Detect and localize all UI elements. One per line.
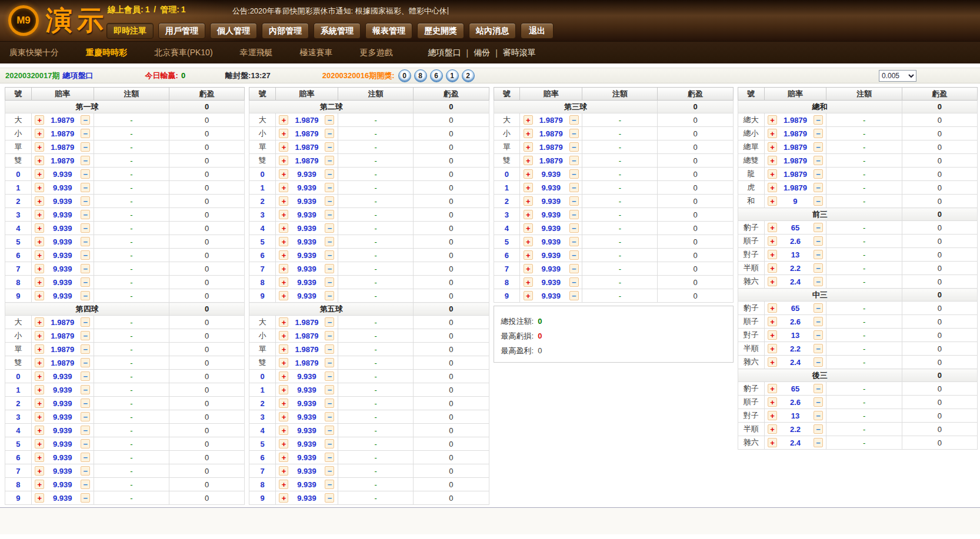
decrease-odds-button[interactable]: − bbox=[325, 453, 334, 462]
increase-odds-button[interactable]: + bbox=[279, 331, 288, 340]
decrease-odds-button[interactable]: − bbox=[325, 183, 334, 192]
subnav-link[interactable]: 審時滾單 bbox=[503, 48, 536, 58]
increase-odds-button[interactable]: + bbox=[279, 317, 288, 327]
increase-odds-button[interactable]: + bbox=[279, 493, 288, 503]
increase-odds-button[interactable]: + bbox=[35, 210, 44, 219]
subnav-link[interactable]: 備份 bbox=[474, 48, 490, 58]
increase-odds-button[interactable]: + bbox=[524, 237, 533, 246]
decrease-odds-button[interactable]: − bbox=[325, 399, 334, 408]
increase-odds-button[interactable]: + bbox=[279, 466, 288, 476]
decrease-odds-button[interactable]: − bbox=[81, 156, 90, 165]
decrease-odds-button[interactable]: − bbox=[814, 156, 823, 165]
decrease-odds-button[interactable]: − bbox=[814, 357, 823, 367]
increase-odds-button[interactable]: + bbox=[279, 385, 288, 394]
decrease-odds-button[interactable]: − bbox=[81, 291, 90, 300]
decrease-odds-button[interactable]: − bbox=[325, 344, 334, 354]
decrease-odds-button[interactable]: − bbox=[325, 115, 334, 125]
increase-odds-button[interactable]: + bbox=[279, 196, 288, 206]
game-tab[interactable]: 更多遊戲 bbox=[360, 48, 393, 58]
increase-odds-button[interactable]: + bbox=[279, 358, 288, 367]
increase-odds-button[interactable]: + bbox=[768, 438, 777, 447]
decrease-odds-button[interactable]: − bbox=[81, 439, 90, 448]
decrease-odds-button[interactable]: − bbox=[325, 480, 334, 489]
decrease-odds-button[interactable]: − bbox=[81, 223, 90, 233]
increase-odds-button[interactable]: + bbox=[35, 480, 44, 489]
decrease-odds-button[interactable]: − bbox=[569, 277, 579, 287]
increase-odds-button[interactable]: + bbox=[279, 344, 288, 354]
decrease-odds-button[interactable]: − bbox=[814, 384, 823, 393]
increase-odds-button[interactable]: + bbox=[35, 196, 44, 206]
game-tab[interactable]: 極速賽車 bbox=[300, 48, 333, 58]
increase-odds-button[interactable]: + bbox=[768, 397, 777, 407]
decrease-odds-button[interactable]: − bbox=[814, 263, 823, 273]
game-tab[interactable]: 廣東快樂十分 bbox=[9, 48, 59, 58]
increase-odds-button[interactable]: + bbox=[279, 129, 288, 138]
increase-odds-button[interactable]: + bbox=[768, 169, 777, 179]
decrease-odds-button[interactable]: − bbox=[814, 303, 823, 313]
decrease-odds-button[interactable]: − bbox=[81, 412, 90, 421]
increase-odds-button[interactable]: + bbox=[35, 169, 44, 179]
decrease-odds-button[interactable]: − bbox=[81, 129, 90, 138]
decrease-odds-button[interactable]: − bbox=[325, 439, 334, 448]
increase-odds-button[interactable]: + bbox=[768, 263, 777, 273]
decrease-odds-button[interactable]: − bbox=[81, 385, 90, 394]
decrease-odds-button[interactable]: − bbox=[325, 385, 334, 394]
increase-odds-button[interactable]: + bbox=[279, 250, 288, 260]
decrease-odds-button[interactable]: − bbox=[81, 466, 90, 476]
increase-odds-button[interactable]: + bbox=[768, 156, 777, 165]
increase-odds-button[interactable]: + bbox=[35, 439, 44, 448]
decrease-odds-button[interactable]: − bbox=[81, 237, 90, 246]
decrease-odds-button[interactable]: − bbox=[569, 129, 579, 138]
decrease-odds-button[interactable]: − bbox=[814, 344, 823, 353]
decrease-odds-button[interactable]: − bbox=[81, 453, 90, 462]
decrease-odds-button[interactable]: − bbox=[814, 142, 823, 152]
nav-tab[interactable]: 報表管理 bbox=[365, 23, 412, 39]
nav-tab[interactable]: 即時注單 bbox=[106, 23, 154, 39]
increase-odds-button[interactable]: + bbox=[768, 250, 777, 259]
board-link[interactable]: 總項盤口 bbox=[63, 71, 94, 81]
increase-odds-button[interactable]: + bbox=[768, 357, 777, 367]
increase-odds-button[interactable]: + bbox=[35, 412, 44, 421]
decrease-odds-button[interactable]: − bbox=[325, 466, 334, 476]
decrease-odds-button[interactable]: − bbox=[325, 412, 334, 421]
decrease-odds-button[interactable]: − bbox=[569, 237, 579, 246]
increase-odds-button[interactable]: + bbox=[768, 303, 777, 313]
increase-odds-button[interactable]: + bbox=[35, 331, 44, 340]
decrease-odds-button[interactable]: − bbox=[569, 115, 579, 125]
decrease-odds-button[interactable]: − bbox=[81, 115, 90, 125]
increase-odds-button[interactable]: + bbox=[524, 277, 533, 287]
increase-odds-button[interactable]: + bbox=[35, 277, 44, 287]
decrease-odds-button[interactable]: − bbox=[814, 250, 823, 259]
decrease-odds-button[interactable]: − bbox=[569, 196, 579, 206]
decrease-odds-button[interactable]: − bbox=[814, 129, 823, 138]
increase-odds-button[interactable]: + bbox=[768, 411, 777, 420]
increase-odds-button[interactable]: + bbox=[35, 250, 44, 260]
decrease-odds-button[interactable]: − bbox=[81, 250, 90, 260]
decrease-odds-button[interactable]: − bbox=[569, 291, 579, 300]
decrease-odds-button[interactable]: − bbox=[569, 223, 579, 233]
increase-odds-button[interactable]: + bbox=[279, 453, 288, 462]
decrease-odds-button[interactable]: − bbox=[569, 210, 579, 219]
nav-tab[interactable]: 個人管理 bbox=[210, 23, 257, 39]
increase-odds-button[interactable]: + bbox=[279, 412, 288, 421]
increase-odds-button[interactable]: + bbox=[279, 480, 288, 489]
increase-odds-button[interactable]: + bbox=[524, 291, 533, 300]
increase-odds-button[interactable]: + bbox=[524, 196, 533, 206]
increase-odds-button[interactable]: + bbox=[35, 371, 44, 381]
increase-odds-button[interactable]: + bbox=[768, 142, 777, 152]
decrease-odds-button[interactable]: − bbox=[814, 236, 823, 246]
decrease-odds-button[interactable]: − bbox=[325, 493, 334, 503]
increase-odds-button[interactable]: + bbox=[524, 183, 533, 192]
decrease-odds-button[interactable]: − bbox=[81, 277, 90, 287]
decrease-odds-button[interactable]: − bbox=[569, 250, 579, 260]
decrease-odds-button[interactable]: − bbox=[325, 426, 334, 435]
decrease-odds-button[interactable]: − bbox=[814, 438, 823, 447]
decrease-odds-button[interactable]: − bbox=[325, 142, 334, 152]
decrease-odds-button[interactable]: − bbox=[325, 331, 334, 340]
increase-odds-button[interactable]: + bbox=[279, 237, 288, 246]
increase-odds-button[interactable]: + bbox=[279, 399, 288, 408]
increase-odds-button[interactable]: + bbox=[768, 223, 777, 232]
decrease-odds-button[interactable]: − bbox=[325, 250, 334, 260]
decrease-odds-button[interactable]: − bbox=[814, 411, 823, 420]
increase-odds-button[interactable]: + bbox=[768, 317, 777, 326]
